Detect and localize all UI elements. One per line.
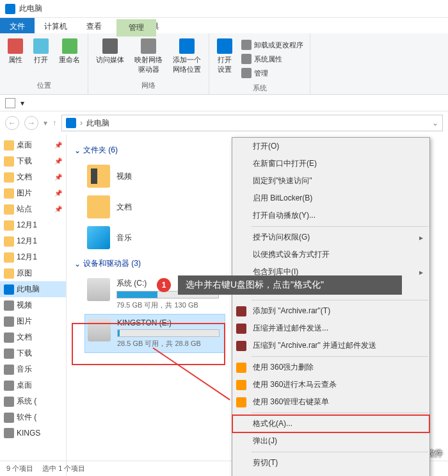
context-menu-item[interactable]: 添加到 "Archive.rar"(T)	[232, 302, 429, 320]
context-menu-item[interactable]: 打开(O)	[232, 138, 429, 155]
nav-up[interactable]: ↑	[52, 119, 56, 127]
ribbon-group-location: 位置	[4, 79, 84, 92]
tab-file[interactable]: 文件	[0, 18, 35, 33]
ribbon-tabs: 文件 计算机 查看 驱动器工具	[0, 18, 448, 33]
nav-forward[interactable]: →	[24, 116, 38, 130]
pc-icon	[5, 4, 15, 14]
sidebar-item[interactable]: 文档	[0, 329, 66, 345]
sidebar-item[interactable]: 12月1	[0, 217, 66, 233]
ribbon-access-media[interactable]: 访问媒体	[92, 36, 128, 67]
callout-text: 选中并右键U盘图标，点击"格式化"	[178, 275, 402, 295]
drive-icon	[87, 278, 110, 301]
ribbon-uninstall[interactable]: 卸载或更改程序	[239, 38, 306, 51]
context-menu-item[interactable]: 使用 360强力删除	[232, 359, 429, 376]
sidebar-item[interactable]: 图片	[0, 313, 66, 329]
sidebar-item[interactable]: 站点📌	[0, 201, 66, 217]
sidebar-item[interactable]: 软件 (	[0, 409, 66, 425]
context-menu: 打开(O)在新窗口中打开(E)固定到"快速访问"启用 BitLocker(B)打…	[232, 137, 430, 476]
sidebar-item[interactable]: 音乐	[0, 361, 66, 377]
ribbon: 属性 打开 重命名 位置 访问媒体 映射网络 驱动器 添加一个 网络位置 网络 …	[0, 33, 448, 95]
tab-view[interactable]: 查看	[77, 18, 111, 33]
window-title: 此电脑	[19, 3, 42, 14]
chevron-down-icon[interactable]: ⌄	[432, 119, 438, 127]
sidebar-item[interactable]: 系统 (	[0, 393, 66, 409]
ribbon-map-drive[interactable]: 映射网络 驱动器	[131, 36, 166, 77]
status-count: 9 个项目	[6, 464, 33, 473]
sidebar-item[interactable]: 12月1	[0, 249, 66, 265]
callout-line	[152, 347, 230, 400]
ribbon-rename[interactable]: 重命名	[55, 36, 84, 67]
navbar: ← → ▾ ↑ › 此电脑 ⌄	[0, 111, 448, 135]
pc-icon	[66, 118, 76, 128]
qat-checkbox[interactable]	[5, 98, 15, 108]
ribbon-group-system: 系统	[213, 82, 306, 94]
context-menu-item[interactable]: 使用 360进行木马云查杀	[232, 376, 429, 393]
qat-separator: ▾	[20, 99, 24, 108]
ribbon-properties[interactable]: 属性	[4, 36, 27, 67]
sidebar-item[interactable]: 12月1	[0, 233, 66, 249]
context-menu-item[interactable]: 授予访问权限(G)▸	[232, 229, 429, 246]
address-text: 此电脑	[86, 118, 109, 129]
tab-computer[interactable]: 计算机	[35, 18, 77, 33]
drive-item[interactable]: KINGSTON (E:)28.5 GB 可用，共 28.8 GB	[84, 314, 225, 353]
context-menu-item[interactable]: 格式化(A)...	[232, 415, 429, 432]
context-menu-item[interactable]: 启用 BitLocker(B)	[232, 190, 429, 207]
sidebar-item[interactable]: 桌面	[0, 377, 66, 393]
address-bar[interactable]: › 此电脑 ⌄	[61, 115, 443, 131]
context-menu-item[interactable]: 复制(C)	[232, 472, 429, 476]
callout-badge: 1	[157, 278, 171, 292]
nav-back[interactable]: ←	[5, 116, 19, 130]
drive-icon	[88, 318, 111, 341]
status-selected: 选中 1 个项目	[42, 464, 85, 473]
context-menu-item[interactable]: 在新窗口中打开(E)	[232, 155, 429, 172]
context-menu-item[interactable]: 固定到"快速访问"	[232, 172, 429, 190]
context-menu-item[interactable]: 弹出(J)	[232, 432, 429, 450]
sidebar-item[interactable]: 下载	[0, 345, 66, 361]
ribbon-group-network: 网络	[92, 79, 205, 92]
titlebar: 此电脑	[0, 0, 448, 18]
sidebar-item[interactable]: 视频	[0, 297, 66, 313]
context-menu-item[interactable]: 使用 360管理右键菜单	[232, 393, 429, 411]
sidebar: 桌面📌下载📌文档📌图片📌站点📌12月112月112月1原图此电脑视频图片文档下载…	[0, 135, 67, 476]
ribbon-add-location[interactable]: 添加一个 网络位置	[169, 36, 205, 77]
ribbon-open-settings[interactable]: 打开 设置	[213, 36, 236, 77]
context-menu-item[interactable]: 以便携式设备方式打开	[232, 246, 429, 263]
sidebar-item[interactable]: KINGS	[0, 425, 66, 441]
sidebar-item[interactable]: 文档📌	[0, 169, 66, 185]
ribbon-sysprops[interactable]: 系统属性	[239, 53, 306, 65]
quick-access-toolbar: ▾	[0, 95, 448, 111]
sidebar-item[interactable]: 原图	[0, 265, 66, 281]
nav-history[interactable]: ▾	[44, 119, 47, 127]
sidebar-item[interactable]: 桌面📌	[0, 137, 66, 153]
ribbon-manage[interactable]: 管理	[239, 67, 306, 79]
ribbon-open[interactable]: 打开	[29, 36, 52, 67]
context-menu-item[interactable]: 打开自动播放(Y)...	[232, 207, 429, 224]
sidebar-item[interactable]: 图片📌	[0, 185, 66, 201]
tab-manage[interactable]: 管理	[116, 19, 156, 37]
sidebar-item[interactable]: 下载📌	[0, 153, 66, 169]
context-menu-item[interactable]: 压缩并通过邮件发送...	[232, 320, 429, 337]
context-menu-item[interactable]: 剪切(T)	[232, 454, 429, 472]
sidebar-this-pc[interactable]: 此电脑	[0, 281, 66, 297]
context-menu-item[interactable]: 压缩到 "Archive.rar" 并通过邮件发送	[232, 337, 429, 354]
